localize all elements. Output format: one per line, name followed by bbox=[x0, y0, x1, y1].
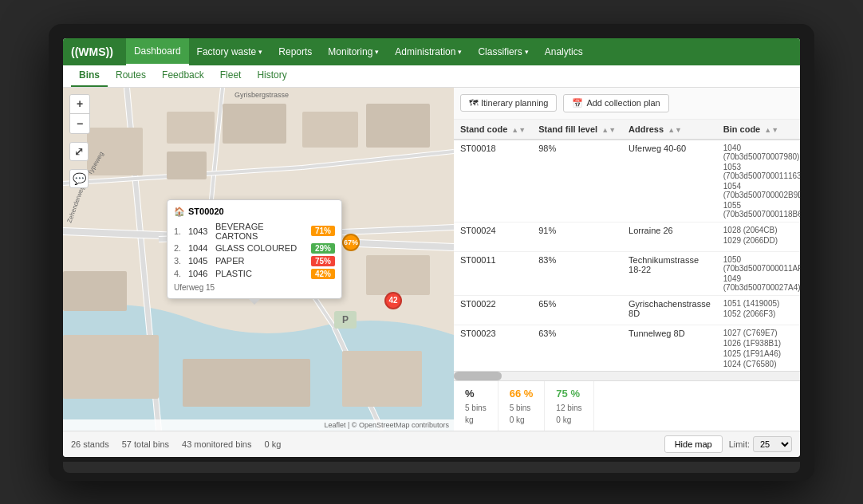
stand-code-cell: ST00018 bbox=[454, 140, 532, 222]
map-attribution: Leaflet | © OpenStreetMap contributors bbox=[63, 419, 454, 431]
nav-dashboard[interactable]: Dashboard bbox=[126, 38, 189, 65]
svg-text:P: P bbox=[342, 314, 349, 325]
laptop-frame: ((WMS)) Dashboard Factory waste ▾ Report… bbox=[49, 24, 814, 481]
svg-rect-32 bbox=[63, 271, 127, 311]
itinerary-planning-button[interactable]: 🗺 Itinerary planning bbox=[460, 94, 557, 112]
zoom-in-button[interactable]: + bbox=[70, 95, 89, 114]
screen: ((WMS)) Dashboard Factory waste ▾ Report… bbox=[63, 38, 800, 457]
sub-nav-routes[interactable]: Routes bbox=[108, 65, 154, 87]
stand-fill-cell: 83% bbox=[532, 251, 622, 295]
home-icon: 🏠 bbox=[174, 207, 185, 217]
stand-fill-cell: 65% bbox=[532, 295, 622, 325]
chevron-down-icon: ▾ bbox=[525, 48, 529, 56]
popup-item-4: 4. 1046 PLASTIC 42% bbox=[174, 269, 335, 279]
data-table: Stand code ▲▼ Stand fill level ▲▼ Addres… bbox=[454, 120, 800, 372]
bin-code-cell: 1028 (2064CB)1029 (2066DD) bbox=[717, 222, 800, 251]
address-cell: Uferweg 40-60 bbox=[622, 140, 717, 222]
sub-nav-history[interactable]: History bbox=[249, 65, 294, 87]
bin-code-cell: 1051 (1419005)1052 (2066F3) bbox=[717, 295, 800, 325]
stand-code-cell: ST00011 bbox=[454, 251, 532, 295]
svg-rect-25 bbox=[302, 112, 358, 148]
stat-75: 75 % 12 bins 0 kg bbox=[545, 381, 593, 431]
nav-reports[interactable]: Reports bbox=[270, 38, 320, 65]
map-marker-orange[interactable]: 67% bbox=[342, 234, 360, 251]
popup-item-3: 3. 1045 PAPER 75% bbox=[174, 256, 335, 266]
stand-fill-cell: 91% bbox=[532, 222, 622, 251]
sub-navigation: Bins Routes Feedback Fleet History bbox=[63, 65, 800, 88]
top-navigation: ((WMS)) Dashboard Factory waste ▾ Report… bbox=[63, 38, 800, 65]
horizontal-scrollbar[interactable] bbox=[454, 371, 800, 380]
laptop-base bbox=[63, 462, 800, 473]
scroll-thumb[interactable] bbox=[454, 372, 502, 380]
col-address[interactable]: Address ▲▼ bbox=[622, 120, 717, 140]
sub-nav-feedback[interactable]: Feedback bbox=[154, 65, 212, 87]
stand-code-cell: ST00024 bbox=[454, 222, 532, 251]
add-collection-plan-button[interactable]: 📅 Add collection plan bbox=[563, 94, 668, 112]
right-panel: 🗺 Itinerary planning 📅 Add collection pl… bbox=[454, 88, 800, 431]
sub-nav-fleet[interactable]: Fleet bbox=[212, 65, 250, 87]
address-cell: Technikumstrasse 18-22 bbox=[622, 251, 717, 295]
map-popup: 🏠 ST00020 1. 1043 BEVERAGE CARTONS 71% 2… bbox=[167, 199, 342, 299]
zoom-controls: + − bbox=[69, 94, 90, 134]
table-row: ST0002265%Gyrischachenstrasse 8D1051 (14… bbox=[454, 295, 800, 325]
svg-rect-33 bbox=[63, 335, 159, 399]
stand-code-cell: ST00023 bbox=[454, 325, 532, 371]
stand-fill-cell: 63% bbox=[532, 325, 622, 371]
stats-bar: % 5 bins kg 66 % 5 bins 0 kg 75 % 12 bin… bbox=[454, 380, 800, 431]
nav-monitoring[interactable]: Monitoring ▾ bbox=[320, 38, 387, 65]
hide-map-button[interactable]: Hide map bbox=[664, 435, 723, 453]
table-row: ST0002491%Lorraine 261028 (2064CB)1029 (… bbox=[454, 222, 800, 251]
nav-analytics[interactable]: Analytics bbox=[537, 38, 591, 65]
stat-66: 66 % 5 bins 0 kg bbox=[498, 381, 546, 431]
sort-icon: ▲▼ bbox=[668, 126, 682, 134]
address-cell: Tunnelweg 8D bbox=[622, 325, 717, 371]
popup-tail bbox=[248, 298, 261, 305]
svg-rect-35 bbox=[342, 351, 422, 407]
sub-nav-bins[interactable]: Bins bbox=[71, 65, 108, 87]
bottom-bar: 26 stands 57 total bins 43 monitored bin… bbox=[63, 431, 800, 457]
bin-code-cell: 1040 (70b3d50070007980)1053 (70b3d500700… bbox=[717, 140, 800, 222]
popup-item-1: 1. 1043 BEVERAGE CARTONS 71% bbox=[174, 222, 335, 241]
bins-table: Stand code ▲▼ Stand fill level ▲▼ Addres… bbox=[454, 120, 800, 372]
bin-code-cell: 1027 (C769E7)1026 (1F938B1)1025 (1F91A46… bbox=[717, 325, 800, 371]
nav-classifiers[interactable]: Classifiers ▾ bbox=[470, 38, 536, 65]
app-logo: ((WMS)) bbox=[71, 45, 113, 58]
sort-icon: ▲▼ bbox=[764, 126, 778, 134]
col-stand-code[interactable]: Stand code ▲▼ bbox=[454, 120, 532, 140]
popup-title: 🏠 ST00020 bbox=[174, 207, 335, 217]
table-header-row: Stand code ▲▼ Stand fill level ▲▼ Addres… bbox=[454, 120, 800, 140]
bin-code-cell: 1050 (70b3d5007000011AF)1049 (70b3d50070… bbox=[717, 251, 800, 295]
stand-fill-cell: 98% bbox=[532, 140, 622, 222]
comment-button[interactable]: 💬 bbox=[69, 169, 89, 188]
map-marker-red-2[interactable]: 42 bbox=[384, 292, 402, 309]
fullscreen-button[interactable]: ⤢ bbox=[69, 142, 89, 161]
sort-icon: ▲▼ bbox=[511, 126, 526, 134]
chevron-down-icon: ▾ bbox=[258, 48, 262, 56]
table-row: ST0001183%Technikumstrasse 18-221050 (70… bbox=[454, 251, 800, 295]
popup-item-2: 2. 1044 GLASS COLOURED 29% bbox=[174, 243, 335, 254]
map-container: P P bbox=[63, 88, 454, 431]
table-row: ST0001898%Uferweg 40-601040 (70b3d500700… bbox=[454, 140, 800, 222]
svg-text:Gyrisbergstrasse: Gyrisbergstrasse bbox=[234, 91, 289, 99]
nav-administration[interactable]: Administration ▾ bbox=[387, 38, 470, 65]
address-cell: Lorraine 26 bbox=[622, 222, 717, 251]
svg-rect-23 bbox=[167, 112, 215, 144]
map-icon: 🗺 bbox=[469, 98, 478, 108]
nav-factory-waste[interactable]: Factory waste ▾ bbox=[189, 38, 271, 65]
table-row: ST0002363%Tunnelweg 8D1027 (C769E7)1026 … bbox=[454, 325, 800, 371]
stat-percent: % 5 bins kg bbox=[454, 381, 498, 431]
col-stand-fill[interactable]: Stand fill level ▲▼ bbox=[532, 120, 622, 140]
calendar-icon: 📅 bbox=[572, 98, 583, 108]
bottom-right: Hide map Limit: 10 25 50 100 bbox=[664, 435, 792, 453]
zoom-out-button[interactable]: − bbox=[70, 114, 89, 133]
limit-dropdown[interactable]: 10 25 50 100 bbox=[753, 436, 792, 452]
col-bin-code[interactable]: Bin code ▲▼ bbox=[717, 120, 800, 140]
stand-code-cell: ST00022 bbox=[454, 295, 532, 325]
chevron-down-icon: ▾ bbox=[375, 48, 379, 56]
panel-toolbar: 🗺 Itinerary planning 📅 Add collection pl… bbox=[454, 88, 800, 120]
chevron-down-icon: ▾ bbox=[458, 48, 462, 56]
svg-rect-24 bbox=[223, 104, 286, 144]
address-cell: Gyrischachenstrasse 8D bbox=[622, 295, 717, 325]
svg-rect-26 bbox=[366, 104, 430, 148]
svg-rect-28 bbox=[167, 152, 207, 179]
